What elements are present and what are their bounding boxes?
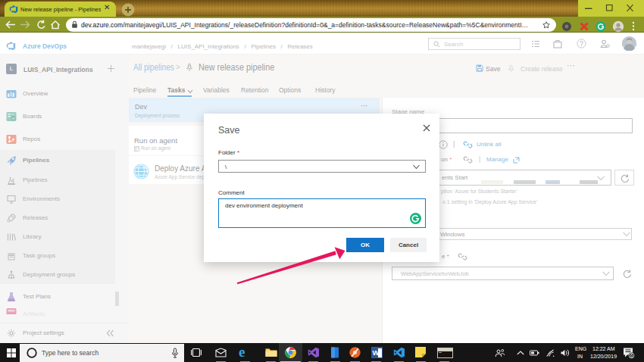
svg-text:6: 6 bbox=[630, 353, 633, 358]
